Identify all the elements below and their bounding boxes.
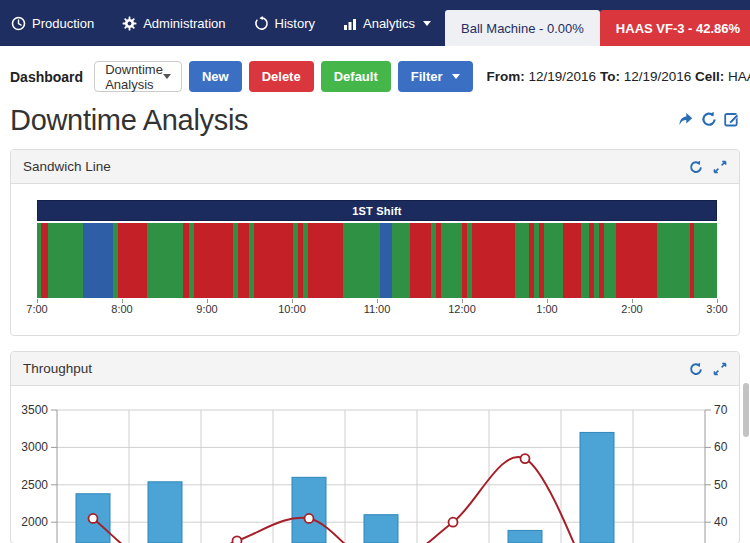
timeline-segment[interactable] — [48, 223, 83, 298]
top-navbar: Production — [0, 0, 750, 46]
title-actions — [677, 111, 740, 127]
timeline: 1ST Shift 7:008:009:0010:0011:0012:001:0… — [37, 200, 717, 317]
left-axis-label: 2000 — [21, 515, 48, 529]
machine-tab-ball-machine[interactable]: Ball Machine - 0.00% — [445, 10, 600, 46]
share-icon[interactable] — [677, 111, 694, 127]
filter-button[interactable]: Filter — [398, 61, 473, 92]
timeline-segment[interactable] — [694, 223, 717, 298]
timeline-segment[interactable] — [563, 223, 581, 298]
machine-status-tabs: Ball Machine - 0.00% HAAS VF-3 - 42.86% — [445, 10, 750, 46]
nav-item-production[interactable]: Production — [0, 0, 108, 46]
fullscreen-icon[interactable] — [713, 362, 727, 376]
time-axis-label: 10:00 — [278, 303, 306, 315]
panel-header: Sandwich Line — [11, 150, 739, 184]
timeline-segment[interactable] — [147, 223, 183, 298]
timeline-segment[interactable] — [254, 223, 293, 298]
line-marker[interactable] — [521, 454, 530, 463]
timeline-segment[interactable] — [604, 223, 616, 298]
timeline-segment[interactable] — [472, 223, 515, 298]
throughput-bar[interactable] — [364, 515, 398, 543]
machine-tab-label: Ball Machine - 0.00% — [461, 21, 584, 36]
time-axis-label: 2:00 — [621, 303, 642, 315]
line-marker[interactable] — [449, 518, 458, 527]
timeline-segment[interactable] — [441, 223, 462, 298]
timeline-segment[interactable] — [515, 223, 529, 298]
left-axis-label: 3000 — [21, 440, 48, 454]
right-axis-label: 40 — [714, 515, 728, 529]
to-label: To: — [600, 69, 620, 84]
nav-item-history[interactable]: History — [240, 0, 329, 46]
timeline-segment[interactable] — [581, 223, 589, 298]
time-axis-label: 8:00 — [111, 303, 132, 315]
button-label: Delete — [262, 69, 301, 84]
delete-button[interactable]: Delete — [249, 61, 314, 92]
bar-chart-icon — [343, 17, 357, 30]
dashboard-select[interactable]: Downtime Analysis — [94, 61, 182, 92]
nav-item-administration[interactable]: Administration — [108, 0, 239, 46]
scrollbar-thumb[interactable] — [743, 383, 749, 437]
nav-item-label: Administration — [143, 16, 225, 31]
line-marker[interactable] — [89, 514, 98, 523]
machine-tab-label: HAAS VF-3 - 42.86% — [616, 21, 740, 36]
time-axis-label: 12:00 — [448, 303, 476, 315]
shift-header-bar: 1ST Shift — [37, 200, 717, 221]
nav-item-label: Production — [32, 16, 94, 31]
throughput-bar[interactable] — [292, 477, 326, 543]
line-marker[interactable] — [233, 536, 242, 543]
timeline-segment[interactable] — [343, 223, 380, 298]
filter-info: From: 12/19/2016 To: 12/19/2016 Cell: HA… — [487, 69, 750, 84]
dashboard-toolbar: Dashboard Downtime Analysis New Delete D… — [0, 46, 750, 104]
panel-title: Sandwich Line — [23, 159, 111, 174]
page-title: Downtime Analysis — [10, 104, 248, 137]
timeline-segment[interactable] — [392, 223, 410, 298]
timeline-segment[interactable] — [380, 223, 392, 298]
panel-actions — [689, 362, 727, 376]
throughput-chart: 3500300025002000150070605040 — [11, 386, 739, 543]
button-label: Filter — [411, 69, 443, 84]
nav-item-analytics[interactable]: Analytics — [329, 0, 445, 46]
fullscreen-icon[interactable] — [713, 160, 727, 174]
sandwich-line-panel: Sandwich Line 1ST Shift 7:008:009:0010:0… — [10, 149, 740, 336]
throughput-chart-svg: 3500300025002000150070605040 — [11, 386, 739, 543]
timeline-segment[interactable] — [118, 223, 147, 298]
from-label: From: — [487, 69, 525, 84]
timeline-segment[interactable] — [616, 223, 657, 298]
throughput-panel: Throughput 3500300025002000150070605040 — [10, 351, 740, 543]
from-value: 12/19/2016 — [529, 69, 597, 84]
cell-value: HAAS VF-3 — [728, 69, 750, 84]
history-icon — [254, 16, 269, 31]
left-axis-label: 3500 — [21, 403, 48, 417]
timeline-segment[interactable] — [83, 223, 113, 298]
panel-title: Throughput — [23, 361, 92, 376]
left-axis-label: 2500 — [21, 478, 48, 492]
machine-tab-haas-vf3[interactable]: HAAS VF-3 - 42.86% — [600, 10, 750, 46]
timeline-segment[interactable] — [41, 223, 48, 298]
timeline-segment[interactable] — [410, 223, 431, 298]
timeline-segment[interactable] — [238, 223, 249, 298]
timeline-segment[interactable] — [308, 223, 343, 298]
timeline-segment[interactable] — [544, 223, 563, 298]
refresh-icon[interactable] — [689, 362, 703, 376]
line-marker[interactable] — [305, 514, 314, 523]
timeline-segment[interactable] — [657, 223, 690, 298]
gear-icon — [122, 16, 137, 31]
time-axis: 7:008:009:0010:0011:0012:001:002:003:00 — [37, 299, 717, 317]
time-axis-label: 1:00 — [536, 303, 557, 315]
right-axis-label: 60 — [714, 440, 728, 454]
refresh-icon[interactable] — [701, 111, 717, 127]
throughput-bar[interactable] — [508, 530, 542, 543]
default-button[interactable]: Default — [321, 61, 391, 92]
title-row: Downtime Analysis — [0, 104, 750, 149]
new-button[interactable]: New — [189, 61, 242, 92]
chevron-down-icon — [452, 74, 460, 79]
throughput-bar[interactable] — [148, 482, 182, 543]
dashboard-select-value: Downtime Analysis — [105, 62, 163, 92]
edit-icon[interactable] — [724, 111, 740, 127]
timeline-segments — [37, 223, 717, 298]
time-axis-label: 9:00 — [196, 303, 217, 315]
button-label: Default — [334, 69, 378, 84]
time-axis-label: 7:00 — [26, 303, 47, 315]
refresh-icon[interactable] — [689, 160, 703, 174]
timeline-segment[interactable] — [194, 223, 233, 298]
throughput-bar[interactable] — [580, 432, 614, 543]
